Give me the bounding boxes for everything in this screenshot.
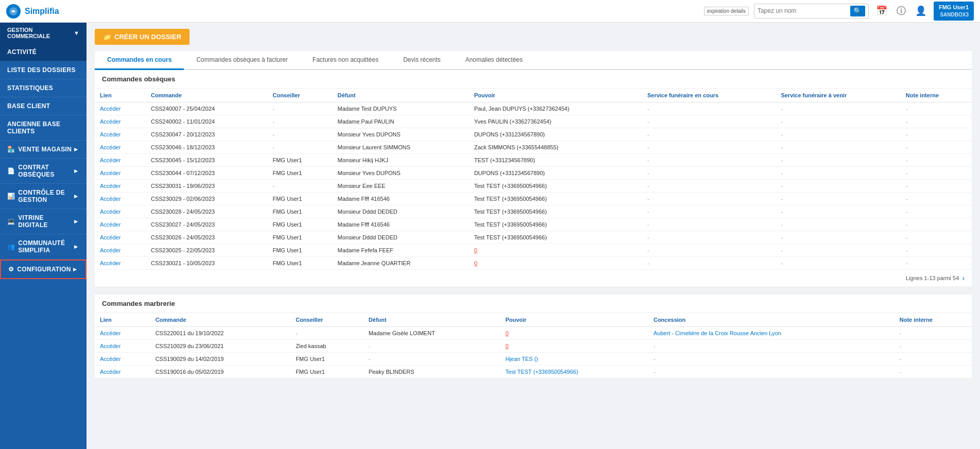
cell-pouvoir-m[interactable]: 0: [500, 340, 648, 353]
col-service-cours: Service funéraire en cours: [642, 89, 776, 102]
sidebar-item-contrat-obseques[interactable]: 📄 CONTRAT OBSÈQUES ►: [0, 159, 87, 184]
sidebar-label-base-client: BASE CLIENT: [7, 102, 50, 110]
tab-devis-recents[interactable]: Devis récents: [391, 51, 453, 70]
col-defunt-m: Défunt: [364, 313, 501, 327]
col-pouvoir: Pouvoir: [469, 89, 642, 102]
cell-pouvoir: DUPONS (+331234567890): [469, 167, 642, 180]
cell-lien[interactable]: Accéder: [95, 154, 146, 167]
cell-commande: CSS230031 - 19/06/2023: [146, 180, 267, 193]
chevron-right-icon5: ►: [73, 243, 79, 250]
sidebar-item-statistiques[interactable]: STATISTIQUES: [0, 79, 87, 97]
cell-lien[interactable]: Accéder: [95, 193, 146, 205]
cell-pouvoir: Test TEST (+336950054966): [469, 193, 642, 205]
cell-pouvoir: Paul, Jean DUPUYS (+33627362454): [469, 102, 642, 115]
sidebar-label-communaute: COMMUNAUTÉ SIMPLIFIA: [18, 239, 73, 254]
cell-defunt: Madame Paul PAULIN: [333, 115, 469, 128]
cell-lien[interactable]: Accéder: [95, 231, 146, 244]
cell-lien[interactable]: Accéder: [95, 244, 146, 257]
cell-commande-m: CSS190029 du 14/02/2019: [150, 353, 290, 366]
cell-note: -: [901, 154, 972, 167]
pagination-next-arrow[interactable]: ›: [962, 274, 965, 282]
cell-concession-m[interactable]: Aubert - Cimetière de la Croix Rousse An…: [648, 327, 895, 340]
cell-lien[interactable]: Accéder: [95, 102, 146, 115]
search-button[interactable]: 🔍: [850, 6, 865, 16]
tab-commandes-en-cours[interactable]: Commandes en cours: [95, 51, 184, 70]
cell-service-venir: -: [776, 102, 900, 115]
cell-note: -: [901, 167, 972, 180]
cell-note: -: [901, 115, 972, 128]
cell-lien-m[interactable]: Accéder: [95, 366, 150, 378]
tab-commandes-obseques[interactable]: Commandes obsèques à facturer: [184, 51, 300, 70]
cell-conseiller: FMG User1: [267, 231, 332, 244]
cell-lien[interactable]: Accéder: [95, 141, 146, 154]
col-lien: Lien: [95, 89, 146, 102]
cell-lien[interactable]: Accéder: [95, 180, 146, 193]
tab-factures-non-acquittees[interactable]: Factures non acquittées: [300, 51, 391, 70]
cell-lien[interactable]: Accéder: [95, 128, 146, 141]
main-content: 📁 CRÉER UN DOSSIER Commandes en cours Co…: [87, 23, 980, 449]
sidebar-item-controle-gestion[interactable]: 📊 CONTRÔLE DE GESTION ►: [0, 184, 87, 209]
cell-lien[interactable]: Accéder: [95, 257, 146, 270]
app-logo-text: Simplifia: [25, 7, 59, 16]
cell-service-cours: -: [642, 193, 776, 205]
cell-pouvoir-m[interactable]: Test TEST (+336950054966): [500, 366, 648, 378]
sidebar-item-vente-magasin[interactable]: 🏪 VENTE MAGASIN ►: [0, 141, 87, 159]
user-icon-button[interactable]: 👤: [913, 3, 929, 19]
sidebar-item-base-client[interactable]: BASE CLIENT: [0, 97, 87, 115]
cell-lien[interactable]: Accéder: [95, 205, 146, 218]
cell-service-cours: -: [642, 180, 776, 193]
tab-anomalies[interactable]: Anomalies détectées: [453, 51, 535, 70]
creer-dossier-button[interactable]: 📁 CRÉER UN DOSSIER: [95, 29, 190, 45]
calendar-icon-button[interactable]: 📅: [874, 3, 889, 19]
sidebar-item-communaute[interactable]: 👥 COMMUNAUTÉ SIMPLIFIA ►: [0, 234, 87, 260]
user-badge[interactable]: FMG User1 SANDBOX3: [934, 2, 974, 21]
help-icon-button[interactable]: ⓘ: [895, 3, 908, 19]
obseques-table: Lien Commande Conseiller Défunt Pouvoir …: [95, 89, 972, 270]
search-input[interactable]: [758, 7, 850, 14]
top-navbar: Simplifia expiration details 🔍 📅 ⓘ 👤 FMG…: [0, 0, 980, 23]
sidebar-item-vitrine-digitale[interactable]: 💻 VITRINE DIGITALE ►: [0, 209, 87, 234]
cell-note-m: -: [895, 340, 972, 353]
cell-service-cours: -: [642, 231, 776, 244]
cell-lien-m[interactable]: Accéder: [95, 353, 150, 366]
cell-pouvoir-m[interactable]: 0: [500, 327, 648, 340]
cell-concession-m: -: [648, 340, 895, 353]
sidebar-label-vitrine-digitale: VITRINE DIGITALE: [18, 214, 73, 229]
cell-service-venir: -: [776, 257, 900, 270]
sidebar-top-gestion[interactable]: GESTION COMMERCIALE ▼: [0, 23, 87, 43]
table-row: Accéder CSS230046 - 18/12/2023 - Monsieu…: [95, 141, 972, 154]
cell-commande: CSS230045 - 15/12/2023: [146, 154, 267, 167]
cell-commande: CSS230027 - 24/05/2023: [146, 218, 267, 231]
cell-conseiller-m: FMG User1: [290, 366, 363, 378]
cell-lien[interactable]: Accéder: [95, 115, 146, 128]
cell-commande: CSS230047 - 20/12/2023: [146, 128, 267, 141]
cell-lien-m[interactable]: Accéder: [95, 327, 150, 340]
table-row: Accéder CSS230045 - 15/12/2023 FMG User1…: [95, 154, 972, 167]
cell-service-cours: -: [642, 115, 776, 128]
sidebar-item-activite[interactable]: ACTIVITÉ: [0, 43, 87, 61]
sidebar-item-ancienne-base[interactable]: ANCIENNE BASE CLIENTS: [0, 115, 87, 141]
controle-icon: 📊: [7, 193, 15, 200]
sidebar-label-contrat-obseques: CONTRAT OBSÈQUES: [18, 164, 73, 178]
cell-defunt: Madame Ffff 416546: [333, 218, 469, 231]
cell-service-cours: -: [642, 205, 776, 218]
chevron-down-icon: ▼: [74, 30, 79, 36]
sidebar-label-vente-magasin: VENTE MAGASIN: [18, 146, 72, 153]
cell-pouvoir[interactable]: 0: [469, 244, 642, 257]
cell-lien[interactable]: Accéder: [95, 218, 146, 231]
cell-defunt: Madame Test DUPUYS: [333, 102, 469, 115]
navbar-right: expiration details 🔍 📅 ⓘ 👤 FMG User1 SAN…: [704, 2, 974, 21]
sidebar-item-liste-dossiers[interactable]: LISTE DES DOSSIERS: [0, 61, 87, 79]
cell-conseiller: FMG User1: [267, 205, 332, 218]
cell-service-venir: -: [776, 154, 900, 167]
sidebar-item-configuration[interactable]: ⚙ CONFIGURATION ►: [0, 260, 87, 279]
cell-pouvoir[interactable]: 0: [469, 257, 642, 270]
cell-lien[interactable]: Accéder: [95, 167, 146, 180]
table-row: Accéder CSS230026 - 24/05/2023 FMG User1…: [95, 231, 972, 244]
cell-defunt-m: -: [364, 353, 501, 366]
section-commandes-marbrerie: Commandes marbrerie Lien Commande Consei…: [95, 295, 972, 378]
table-row: Accéder CSS220011 du 19/10/2022 - Madame…: [95, 327, 972, 340]
user-name: FMG User1: [939, 4, 969, 11]
cell-lien-m[interactable]: Accéder: [95, 340, 150, 353]
cell-pouvoir-m[interactable]: Hjean TES (): [500, 353, 648, 366]
